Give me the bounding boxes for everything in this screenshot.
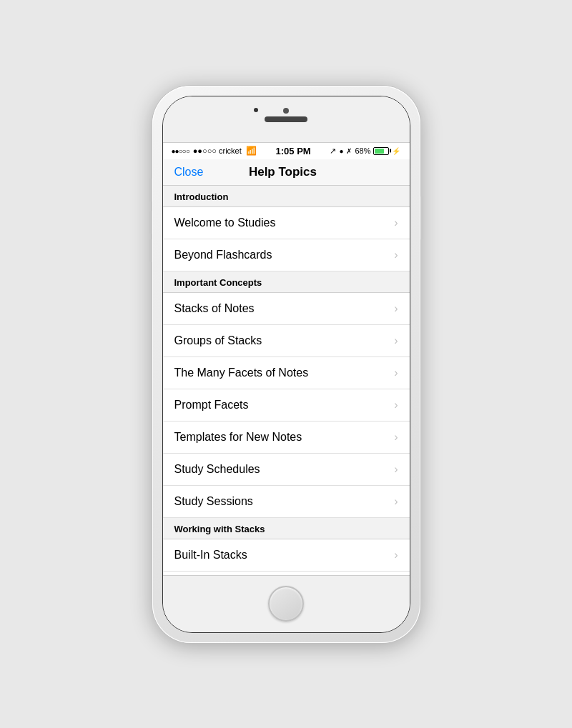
chevron-icon: › <box>394 431 398 444</box>
list-item-study-sessions[interactable]: Study Sessions › <box>163 486 410 518</box>
chevron-icon: › <box>394 399 398 412</box>
phone-screen: ●●○○○ ●●○○○ cricket 📶 1:05 PM ↗ ● ✗ 68% … <box>163 143 410 575</box>
list-item-welcome[interactable]: Welcome to Studies › <box>163 207 410 239</box>
list-item-many-facets[interactable]: The Many Facets of Notes › <box>163 357 410 389</box>
list-item-built-in-stacks[interactable]: Built-In Stacks › <box>163 539 410 572</box>
bluetooth-icon: ✗ <box>346 147 352 155</box>
charging-icon: ⚡ <box>392 147 400 155</box>
help-topics-list: Introduction Welcome to Studies › Beyond… <box>163 186 410 575</box>
battery-fill <box>375 149 383 154</box>
chevron-icon: › <box>394 367 398 379</box>
list-item-templates[interactable]: Templates for New Notes › <box>163 422 410 454</box>
chevron-icon: › <box>394 249 398 261</box>
status-right: ↗ ● ✗ 68% ⚡ <box>330 146 400 156</box>
list-item-stacks-of-notes[interactable]: Stacks of Notes › <box>163 293 410 325</box>
chevron-icon: › <box>394 216 398 229</box>
wifi-icon: 📶 <box>246 146 257 156</box>
section-header-working-with-stacks: Working with Stacks <box>163 518 410 539</box>
chevron-icon: › <box>394 495 398 508</box>
phone-device: ●●○○○ ●●○○○ cricket 📶 1:05 PM ↗ ● ✗ 68% … <box>152 86 420 643</box>
chevron-icon: › <box>394 463 398 476</box>
earpiece-dot <box>254 108 258 112</box>
page-title: Help Topics <box>249 165 317 179</box>
chevron-icon: › <box>394 334 398 347</box>
carrier-signal: ●●○○○ <box>172 147 189 155</box>
location-icon: ↗ <box>330 146 336 156</box>
list-item-groups-of-stacks[interactable]: Groups of Stacks › <box>163 325 410 357</box>
list-item-prompt-facets[interactable]: Prompt Facets › <box>163 389 410 422</box>
list-item-beyond-flashcards[interactable]: Beyond Flashcards › <box>163 239 410 271</box>
earpiece-speaker <box>265 116 307 122</box>
audio-icon: ● <box>339 147 343 155</box>
phone-inner: ●●○○○ ●●○○○ cricket 📶 1:05 PM ↗ ● ✗ 68% … <box>162 96 410 633</box>
carrier-name: ●●○○○ cricket <box>193 146 242 155</box>
status-left: ●●○○○ ●●○○○ cricket 📶 <box>172 146 257 156</box>
chevron-icon: › <box>394 549 398 562</box>
status-bar: ●●○○○ ●●○○○ cricket 📶 1:05 PM ↗ ● ✗ 68% … <box>163 143 410 159</box>
phone-bottom-bezel <box>163 575 410 632</box>
navigation-bar: Close Help Topics <box>163 159 410 186</box>
close-button[interactable]: Close <box>174 166 204 179</box>
section-header-important-concepts: Important Concepts <box>163 271 410 293</box>
chevron-icon: › <box>394 302 398 315</box>
status-time: 1:05 PM <box>276 146 311 156</box>
phone-top-bezel <box>163 96 410 143</box>
battery-icon <box>373 147 389 155</box>
front-camera <box>283 108 289 114</box>
list-item-study-schedules[interactable]: Study Schedules › <box>163 454 410 486</box>
section-header-introduction: Introduction <box>163 186 410 207</box>
home-button[interactable] <box>268 586 304 622</box>
battery-percent: 68% <box>355 146 370 155</box>
